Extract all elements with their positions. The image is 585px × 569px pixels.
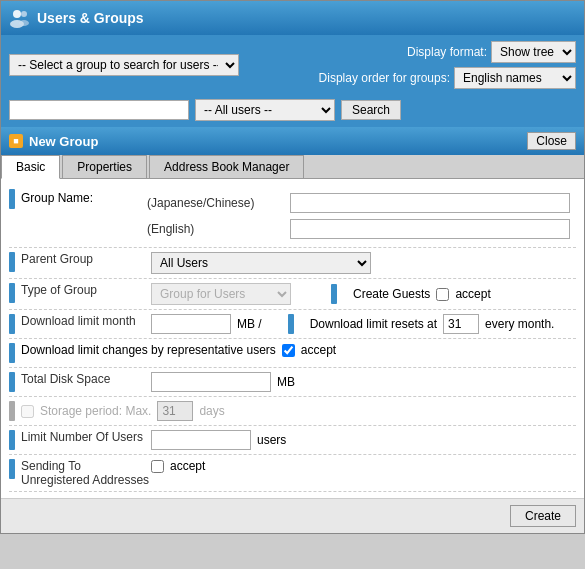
- group-name-label: Group Name:: [21, 189, 141, 205]
- group-select[interactable]: -- Select a group to search for users --: [9, 54, 239, 76]
- panel-header: ■ New Group Close: [1, 127, 584, 155]
- english-label: (English): [143, 217, 284, 241]
- storage-period-content: Storage period: Max. days: [21, 401, 576, 421]
- create-guests-label: Create Guests: [353, 287, 430, 301]
- download-limit-unit: MB /: [237, 317, 262, 331]
- total-disk-input[interactable]: [151, 372, 271, 392]
- limit-users-unit: users: [257, 433, 286, 447]
- tabs: Basic Properties Address Book Manager: [1, 155, 584, 179]
- download-limit-content: MB / Download limit resets at every mont…: [151, 314, 576, 334]
- download-resets-suffix: every month.: [485, 317, 554, 331]
- title-bar: Users & Groups: [1, 1, 584, 35]
- download-changes-indicator: [9, 343, 15, 363]
- limit-users-row: Limit Number Of Users users: [9, 426, 576, 455]
- create-guests-checkbox[interactable]: [436, 288, 449, 301]
- parent-group-select[interactable]: All Users: [151, 252, 371, 274]
- create-guests-accept-label: accept: [455, 287, 490, 301]
- limit-users-input[interactable]: [151, 430, 251, 450]
- display-order-select[interactable]: English names Japanese names: [454, 67, 576, 89]
- download-resets-label: Download limit resets at: [310, 317, 437, 331]
- total-disk-row: Total Disk Space MB: [9, 368, 576, 397]
- download-changes-label: Download limit changes by representative…: [21, 343, 276, 357]
- download-limit-input[interactable]: [151, 314, 231, 334]
- create-button[interactable]: Create: [510, 505, 576, 527]
- storage-period-checkbox[interactable]: [21, 405, 34, 418]
- all-users-select[interactable]: -- All users --: [195, 99, 335, 121]
- display-order-row: Display order for groups: English names …: [319, 67, 576, 89]
- download-limit-label: Download limit month: [21, 314, 151, 328]
- download-resets-indicator: [288, 314, 294, 334]
- toolbar: -- Select a group to search for users --…: [1, 35, 584, 95]
- total-disk-unit: MB: [277, 375, 295, 389]
- group-name-english-input[interactable]: [290, 219, 570, 239]
- type-group-content: Group for Users Create Guests accept: [151, 283, 576, 305]
- storage-period-indicator: [9, 401, 15, 421]
- type-group-label: Type of Group: [21, 283, 151, 297]
- total-disk-content: MB: [151, 372, 576, 392]
- group-name-indicator: [9, 189, 15, 209]
- svg-point-3: [19, 20, 29, 26]
- form-body: Group Name: (Japanese/Chinese) (English)…: [1, 179, 584, 498]
- panel-title: New Group: [29, 134, 98, 149]
- display-format-label: Display format:: [407, 45, 487, 59]
- group-name-row: Group Name: (Japanese/Chinese) (English): [9, 185, 576, 248]
- total-disk-indicator: [9, 372, 15, 392]
- display-format-select[interactable]: Show tree Show list: [491, 41, 576, 63]
- sending-indicator: [9, 459, 15, 479]
- download-changes-row: Download limit changes by representative…: [9, 339, 576, 368]
- search-bar: -- All users -- Search: [1, 95, 584, 127]
- tab-properties[interactable]: Properties: [62, 155, 147, 178]
- parent-group-content: All Users: [151, 252, 576, 274]
- main-window: Users & Groups -- Select a group to sear…: [0, 0, 585, 534]
- search-input[interactable]: [9, 100, 189, 120]
- limit-users-content: users: [151, 430, 576, 450]
- limit-users-label: Limit Number Of Users: [21, 430, 151, 444]
- sending-content: accept: [151, 459, 576, 473]
- group-name-japanese-input[interactable]: [290, 193, 570, 213]
- download-changes-content: Download limit changes by representative…: [21, 343, 576, 357]
- storage-period-unit: days: [199, 404, 224, 418]
- search-button[interactable]: Search: [341, 100, 401, 120]
- download-changes-checkbox[interactable]: [282, 344, 295, 357]
- display-order-label: Display order for groups:: [319, 71, 450, 85]
- japanese-label: (Japanese/Chinese): [143, 191, 284, 215]
- download-limit-indicator: [9, 314, 15, 334]
- download-changes-accept-label: accept: [301, 343, 336, 357]
- window-title: Users & Groups: [37, 10, 144, 26]
- panel-header-left: ■ New Group: [9, 134, 98, 149]
- close-button[interactable]: Close: [527, 132, 576, 150]
- limit-users-indicator: [9, 430, 15, 450]
- download-resets-input[interactable]: [443, 314, 479, 334]
- storage-period-input[interactable]: [157, 401, 193, 421]
- type-group-select[interactable]: Group for Users: [151, 283, 291, 305]
- type-group-row: Type of Group Group for Users Create Gue…: [9, 279, 576, 310]
- storage-period-row: Storage period: Max. days: [9, 397, 576, 426]
- sending-label: Sending To Unregistered Addresses: [21, 459, 151, 487]
- tab-basic[interactable]: Basic: [1, 155, 60, 179]
- parent-group-label: Parent Group: [21, 252, 151, 266]
- type-group-indicator: [9, 283, 15, 303]
- sending-row: Sending To Unregistered Addresses accept: [9, 455, 576, 492]
- toolbar-right: Display format: Show tree Show list Disp…: [319, 41, 576, 89]
- toolbar-left: -- Select a group to search for users --: [9, 54, 239, 76]
- panel-icon: ■: [9, 134, 23, 148]
- display-format-row: Display format: Show tree Show list: [407, 41, 576, 63]
- svg-point-1: [21, 11, 27, 17]
- sending-accept-label: accept: [170, 459, 205, 473]
- sending-checkbox[interactable]: [151, 460, 164, 473]
- group-name-table: (Japanese/Chinese) (English): [141, 189, 576, 243]
- storage-period-label: Storage period: Max.: [40, 404, 151, 418]
- bottom-bar: Create: [1, 498, 584, 533]
- total-disk-label: Total Disk Space: [21, 372, 151, 386]
- parent-group-row: Parent Group All Users: [9, 248, 576, 279]
- create-guests-indicator: [331, 284, 337, 304]
- tab-address-book[interactable]: Address Book Manager: [149, 155, 304, 178]
- parent-group-indicator: [9, 252, 15, 272]
- svg-point-0: [13, 10, 21, 18]
- users-groups-icon: [9, 7, 31, 29]
- download-limit-row: Download limit month MB / Download limit…: [9, 310, 576, 339]
- group-name-inputs: (Japanese/Chinese) (English): [141, 189, 576, 243]
